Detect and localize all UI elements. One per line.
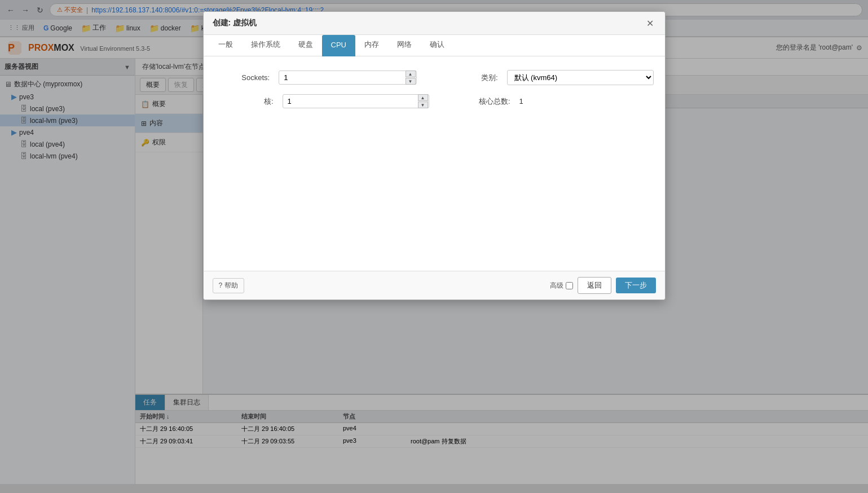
back-button[interactable]: 返回	[578, 277, 611, 294]
modal-overlay: 创建: 虚拟机 ✕ 一般 操作系统 硬盘 CPU 内存 网络 确认	[0, 59, 868, 484]
advanced-label: 高级	[550, 281, 563, 290]
main-content: 存储'local-lvm'在节点'pve3'上 概要 恢复 删除 模板 上传 显…	[135, 59, 868, 484]
sockets-label: Sockets:	[215, 73, 279, 82]
help-label: 帮助	[224, 281, 238, 290]
footer-left: ? 帮助	[213, 278, 245, 293]
next-button[interactable]: 下一步	[616, 278, 656, 293]
panel-main: 名称 创建: 虚拟机 ✕ 一般 操作系统 硬盘	[203, 95, 868, 394]
content-panel: 📋 概要 ⊞ 内容 🔑 权限 名称	[135, 95, 868, 394]
create-vm-modal: 创建: 虚拟机 ✕ 一般 操作系统 硬盘 CPU 内存 网络 确认	[203, 59, 666, 300]
help-icon: ?	[219, 281, 223, 289]
app-container: P PROXMOX Virtual Environment 5.3-5 您的登录…	[0, 37, 868, 484]
advanced-checkbox[interactable]	[566, 282, 573, 289]
advanced-group: 高级	[550, 281, 573, 290]
sockets-input-wrap: ▲ ▼	[279, 71, 416, 85]
type-select[interactable]: 默认 (kvm64) host kvm32 kvm64	[507, 70, 654, 85]
sockets-down-button[interactable]: ▼	[406, 78, 416, 85]
total-cores-group: 核心总数: 1	[463, 96, 523, 107]
cores-up-button[interactable]: ▲	[418, 94, 428, 101]
cores-input-wrap: ▲ ▼	[283, 94, 429, 108]
help-button[interactable]: ? 帮助	[213, 278, 245, 293]
cores-down-button[interactable]: ▼	[418, 102, 428, 108]
type-select-wrap: 默认 (kvm64) host kvm32 kvm64	[507, 70, 654, 85]
footer-right: 高级 返回 下一步	[550, 277, 656, 294]
cores-spinners: ▲ ▼	[418, 94, 428, 108]
cores-label: 核:	[215, 96, 283, 107]
cores-input[interactable]	[283, 94, 429, 108]
modal-body: Sockets: ▲ ▼ 类别:	[204, 59, 665, 271]
sockets-input[interactable]	[279, 71, 416, 85]
total-cores-label: 核心总数:	[463, 96, 519, 107]
sockets-spinners: ▲ ▼	[406, 71, 416, 85]
type-label: 类别:	[451, 73, 507, 83]
total-cores-value: 1	[519, 97, 523, 105]
cores-row: 核: ▲ ▼ 核心总数:	[215, 94, 654, 108]
type-group: 类别: 默认 (kvm64) host kvm32 kvm64	[451, 70, 654, 85]
sockets-row: Sockets: ▲ ▼ 类别:	[215, 70, 654, 85]
modal-footer: ? 帮助 高级 返回 下	[204, 271, 665, 300]
app-body: 服务器视图 ▼ 🖥 数据中心 (myproxmox) ▶ pve3 🗄 loca…	[0, 59, 868, 484]
sockets-up-button[interactable]: ▲	[406, 71, 416, 77]
